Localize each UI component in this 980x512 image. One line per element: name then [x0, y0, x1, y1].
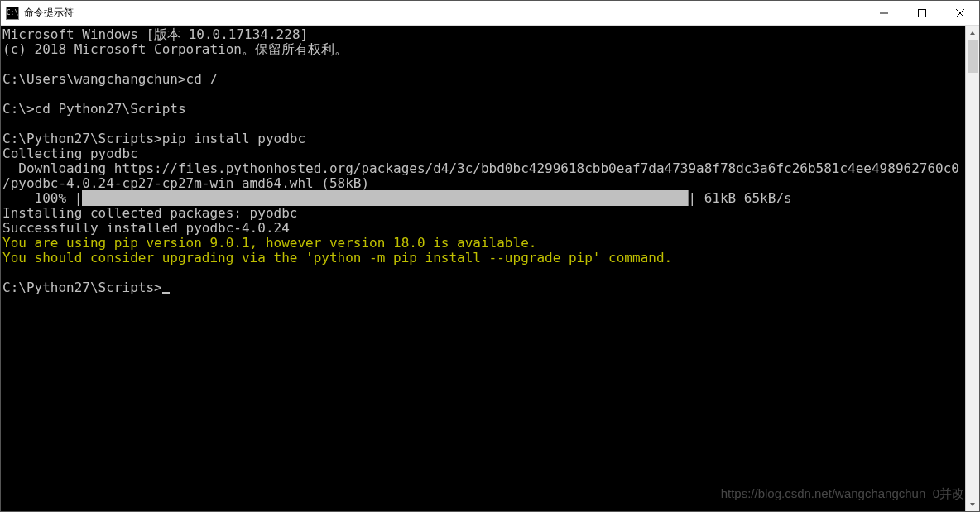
prompt-line: C:\>cd Python27\Scripts [2, 101, 186, 117]
window-title: 命令提示符 [24, 6, 865, 20]
maximize-button[interactable] [903, 1, 941, 25]
progress-suffix: | 61kB 65kB/s [688, 190, 791, 206]
prompt-line: C:\Python27\Scripts>pip install pyodbc [2, 131, 305, 146]
version-line: Microsoft Windows [版本 10.0.17134.228] [2, 26, 308, 42]
terminal-output[interactable]: Microsoft Windows [版本 10.0.17134.228] (c… [1, 26, 965, 511]
whl-line: /pyodbc-4.0.24-cp27-cp27m-win_amd64.whl … [2, 175, 369, 191]
command-prompt-window: C:\ 命令提示符 Microsoft Windows [版本 10.0.171… [0, 0, 980, 512]
collecting-line: Collecting pyodbc [2, 146, 138, 161]
scroll-up-button[interactable] [966, 26, 979, 40]
downloading-line: Downloading https://files.pythonhosted.o… [2, 160, 959, 176]
copyright-line: (c) 2018 Microsoft Corporation。保留所有权利。 [2, 41, 348, 57]
watermark: https://blog.csdn.net/wangchangchun_0并改 [721, 486, 964, 501]
close-button[interactable] [941, 1, 979, 25]
warning-line: You are using pip version 9.0.1, however… [2, 235, 536, 251]
cursor [162, 292, 170, 294]
installing-line: Installing collected packages: pyodbc [2, 205, 297, 221]
window-controls [865, 1, 979, 25]
title-bar[interactable]: C:\ 命令提示符 [1, 1, 979, 26]
svg-marker-5 [970, 503, 975, 506]
svg-marker-4 [970, 31, 975, 35]
scroll-track[interactable] [966, 40, 979, 497]
success-line: Successfully installed pyodbc-4.0.24 [2, 220, 290, 236]
content-area: Microsoft Windows [版本 10.0.17134.228] (c… [1, 26, 979, 511]
progress-prefix: 100% | [2, 190, 82, 206]
minimize-button[interactable] [865, 1, 903, 25]
scroll-thumb[interactable] [968, 40, 978, 73]
svg-rect-1 [919, 9, 926, 17]
prompt-line: C:\Python27\Scripts> [2, 280, 162, 295]
vertical-scrollbar[interactable] [965, 26, 979, 511]
warning-line: You should consider upgrading via the 'p… [2, 250, 672, 266]
app-icon: C:\ [6, 7, 19, 20]
prompt-line: C:\Users\wangchangchun>cd / [2, 71, 218, 87]
scroll-down-button[interactable] [966, 497, 979, 511]
progress-bar: ████████████████████████████████████████… [82, 190, 688, 206]
